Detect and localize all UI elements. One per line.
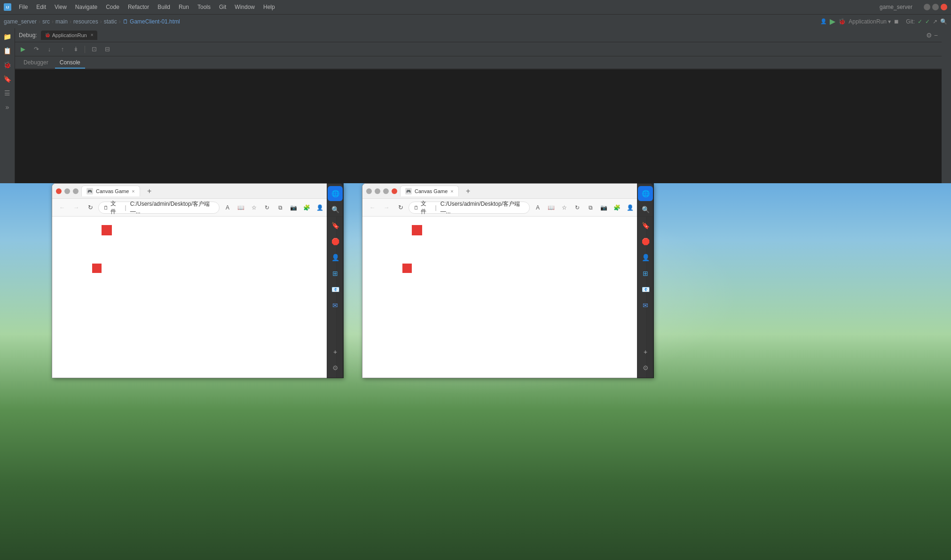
reload-btn-left[interactable]: ↻ <box>84 202 96 214</box>
taskbar-right-browser[interactable]: 🌐 <box>638 186 653 201</box>
translate-icon-right[interactable]: A <box>532 202 544 214</box>
menu-build[interactable]: Build <box>154 3 174 11</box>
taskbar-right-add[interactable]: + <box>638 344 653 359</box>
debug-settings-icon[interactable]: ⚙ <box>926 31 932 39</box>
run-dropdown[interactable]: ApplicationRun ▾ <box>849 18 891 25</box>
taskbar-icon-mail[interactable]: ✉ <box>328 298 343 313</box>
run-to-cursor-btn[interactable]: ↡ <box>70 44 82 55</box>
taskbar-icon-person[interactable]: 👤 <box>328 250 343 265</box>
maximize-button[interactable] <box>932 4 939 10</box>
browser-min-right[interactable] <box>375 188 380 194</box>
browser-max-right[interactable] <box>383 188 389 194</box>
browser-close-left[interactable] <box>56 188 62 194</box>
debug-application-tab[interactable]: 🐞 ApplicationRun × <box>41 31 97 40</box>
resume-button[interactable]: ▶ <box>17 44 29 55</box>
menu-edit[interactable]: Edit <box>32 3 50 11</box>
extension-icon-right[interactable]: 🧩 <box>611 202 623 214</box>
browser-tab-right[interactable]: 🎮 Canvas Game × <box>400 186 459 196</box>
step-out-btn[interactable]: ↑ <box>56 44 69 55</box>
favorite-icon-right[interactable]: ☆ <box>558 202 570 214</box>
favorite-icon-left[interactable]: ☆ <box>248 202 260 214</box>
menu-file[interactable]: File <box>15 3 31 11</box>
taskbar-icon-settings-b[interactable]: ⚙ <box>328 360 343 375</box>
run-config[interactable]: 👤 <box>820 18 827 24</box>
git-check[interactable]: ✓ <box>918 18 922 25</box>
sidebar-structure-icon[interactable]: ☰ <box>1 86 14 100</box>
breadcrumb-main[interactable]: main <box>55 18 68 25</box>
taskbar-right-windows[interactable]: ⊞ <box>638 266 653 281</box>
address-bar-left[interactable]: 🗒 文件 | C:/Users/admin/Desktop/客户端—... <box>98 202 220 214</box>
menu-refactor[interactable]: Refactor <box>124 3 153 11</box>
menu-tools[interactable]: Tools <box>194 3 214 11</box>
debugger-tab[interactable]: Debugger <box>19 57 53 69</box>
taskbar-right-settings[interactable]: ⚙ <box>638 360 653 375</box>
taskbar-icon-stop[interactable]: 🛑 <box>328 234 343 249</box>
breadcrumb-resources[interactable]: resources <box>73 18 98 25</box>
sidebar-expand-icon[interactable]: » <box>1 101 14 114</box>
git-check2[interactable]: ✓ <box>925 18 930 25</box>
taskbar-icon-add[interactable]: + <box>328 344 343 359</box>
tab-close-left[interactable]: × <box>132 188 134 194</box>
debug-minimize-icon[interactable]: − <box>934 31 938 39</box>
browser-close-right[interactable] <box>392 188 397 194</box>
profile-icon-right[interactable]: 👤 <box>624 202 636 214</box>
taskbar-icon-office[interactable]: 📧 <box>328 282 343 297</box>
sidebar-commit-icon[interactable]: 📋 <box>1 44 14 57</box>
search-everywhere[interactable]: 🔍 <box>940 18 947 25</box>
forward-btn-left[interactable]: → <box>70 202 82 214</box>
extension-icon-left[interactable]: 🧩 <box>300 202 313 214</box>
menu-code[interactable]: Code <box>102 3 123 11</box>
new-tab-left[interactable]: + <box>143 185 156 198</box>
taskbar-icon-bookmark[interactable]: 🔖 <box>328 218 343 233</box>
taskbar-right-stop[interactable]: 🛑 <box>638 234 653 249</box>
evaluate-btn[interactable]: ⊡ <box>88 44 100 55</box>
menu-navigate[interactable]: Navigate <box>71 3 101 11</box>
minimize-button[interactable] <box>924 4 930 10</box>
watches-btn[interactable]: ⊟ <box>101 44 113 55</box>
back-btn-right[interactable]: ← <box>366 202 378 214</box>
browser-min-left[interactable] <box>64 188 70 194</box>
menu-view[interactable]: View <box>51 3 71 11</box>
split-icon-right[interactable]: ⧉ <box>584 202 597 214</box>
sidebar-debug-icon[interactable]: 🐞 <box>1 58 14 71</box>
step-over-btn[interactable]: ↷ <box>30 44 42 55</box>
breadcrumb-file[interactable]: 🗒 GameClient-01.html <box>123 18 180 25</box>
taskbar-right-person[interactable]: 👤 <box>638 250 653 265</box>
menu-help[interactable]: Help <box>259 3 279 11</box>
run-button[interactable]: ▶ <box>830 17 835 26</box>
debug-run-button[interactable]: 🐞 <box>838 18 846 25</box>
split-icon-left[interactable]: ⧉ <box>274 202 286 214</box>
taskbar-right-zoom[interactable]: 🔍 <box>638 202 653 217</box>
capture-icon-left[interactable]: 📷 <box>287 202 299 214</box>
reload-btn-right[interactable]: ↻ <box>394 202 407 214</box>
reader-icon-right[interactable]: 📖 <box>545 202 557 214</box>
capture-icon-right[interactable]: 📷 <box>597 202 610 214</box>
git-push[interactable]: ↗ <box>933 18 937 25</box>
tab-close-right[interactable]: × <box>450 188 453 194</box>
taskbar-right-bookmark[interactable]: 🔖 <box>638 218 653 233</box>
breadcrumb-project[interactable]: game_server <box>4 18 37 25</box>
profile-icon-left[interactable]: 👤 <box>314 202 326 214</box>
browser-tab-left[interactable]: 🎮 Canvas Game × <box>81 186 140 196</box>
sync-icon-right[interactable]: ↻ <box>571 202 583 214</box>
reader-icon-left[interactable]: 📖 <box>235 202 247 214</box>
breadcrumb-src[interactable]: src <box>42 18 50 25</box>
step-into-btn[interactable]: ↓ <box>43 44 55 55</box>
taskbar-right-mail[interactable]: ✉ <box>638 298 653 313</box>
console-tab[interactable]: Console <box>55 57 85 69</box>
taskbar-icon-windows[interactable]: ⊞ <box>328 266 343 281</box>
sidebar-project-icon[interactable]: 📁 <box>1 30 14 43</box>
new-tab-right[interactable]: + <box>462 185 475 198</box>
back-btn-left[interactable]: ← <box>56 202 68 214</box>
address-bar-right[interactable]: 🗒 文件 | C:/Users/admin/Desktop/客户端—... <box>409 202 530 214</box>
taskbar-right-office[interactable]: 📧 <box>638 282 653 297</box>
sync-icon-left[interactable]: ↻ <box>261 202 273 214</box>
translate-icon-left[interactable]: A <box>221 202 234 214</box>
stop-button[interactable]: ⏹ <box>894 18 899 25</box>
taskbar-icon-zoom[interactable]: 🔍 <box>328 202 343 217</box>
browser-max-left[interactable] <box>73 188 79 194</box>
menu-git[interactable]: Git <box>215 3 230 11</box>
taskbar-icon-browser[interactable]: 🌐 <box>328 186 343 201</box>
menu-window[interactable]: Window <box>231 3 259 11</box>
sidebar-bookmarks-icon[interactable]: 🔖 <box>1 72 14 86</box>
